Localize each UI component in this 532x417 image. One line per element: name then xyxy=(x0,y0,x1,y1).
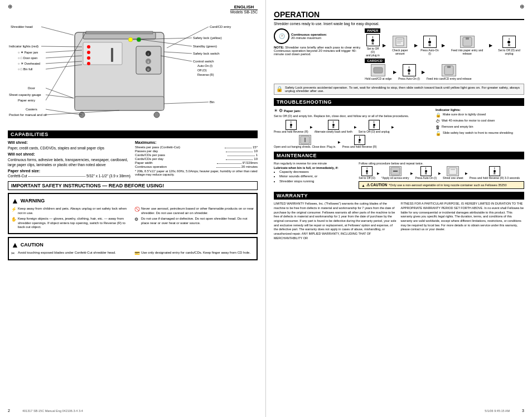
trouble-steps: IR Press and hold Reverse (R) ▶ IR Alter… xyxy=(274,120,433,149)
will-shred-title: Will shred: xyxy=(8,140,130,144)
maint-step-5: IR Press and hold Reverse (R) 3-3 second… xyxy=(470,166,520,180)
operation-header: OPERATION xyxy=(274,10,524,20)
maint-steps: IR Set to Off (O) ▶ *Apply oil across en… xyxy=(359,166,524,180)
paper-step-1: IR Set to Off (O)and plug in xyxy=(365,34,381,57)
troubleshoot-header: TROUBLESHOOTING xyxy=(274,98,524,106)
maint-step-1-cap: Set to Off (O) xyxy=(359,176,375,180)
note-text: Shredder runs briefly after each pass to… xyxy=(274,46,361,56)
maintenance-header: MAINTENANCE xyxy=(274,152,524,159)
ind-icon-4: 🔓 xyxy=(436,131,441,136)
svg-point-12 xyxy=(87,56,90,60)
tstep-2-cap: Alternate slowly back and forth xyxy=(315,130,352,134)
maint-step-3-cap: Press Auto-On (I) xyxy=(415,176,437,180)
svg-rect-18 xyxy=(86,31,153,34)
paperjam-header: ☀ ⚙ Paper jam: xyxy=(274,108,433,113)
warn-icon-3: 🚫 xyxy=(134,207,140,212)
svg-rect-58 xyxy=(396,38,404,46)
operation-layout: 🕐 Continuous operation: 20-minute maximu… xyxy=(274,28,524,82)
warranty-header: WARRANTY xyxy=(274,192,524,200)
ind-text-2: Wait 40 minutes for motor to cool down xyxy=(442,119,495,123)
operation-section: OPERATION Shredder comes ready to use. I… xyxy=(274,10,524,95)
svg-line-51 xyxy=(161,56,192,61)
page-right: ⊕ OPERATION Shredder comes ready to use.… xyxy=(266,0,532,417)
svg-text:Casters: Casters xyxy=(26,108,37,111)
feed-img xyxy=(460,36,475,48)
caution-col-right: 💳 Use only designated entry for cards/CD… xyxy=(134,251,254,257)
model-line: Models SB-15C xyxy=(230,10,258,14)
card-step-2: IR Press Auto-On (I) xyxy=(398,64,420,80)
tstep-3-cap: Set to Off (O) and unplug xyxy=(359,130,390,134)
ir-control-c: IR xyxy=(403,64,416,76)
page-left: ⊕ ENGLISH Models SB-15C I 0 R xyxy=(0,0,266,417)
svg-rect-66 xyxy=(447,66,451,68)
ts-img-4 xyxy=(299,135,311,145)
warning-title: WARNING xyxy=(21,198,45,203)
maint-img-4 xyxy=(447,166,459,176)
safety-lock-note: 🔒 Safety Lock prevents accidental operat… xyxy=(274,84,524,95)
svg-rect-14 xyxy=(111,48,113,62)
ind-text-3: Remove and empty bin xyxy=(442,125,473,129)
warning-item-3: 🚫 Never use aerosol, petroleum based or … xyxy=(134,207,254,216)
caut-icon-1: ✂ xyxy=(11,251,17,256)
cap-row-5: Continuous operation 20 minutes xyxy=(135,165,258,168)
ts-ir-3: IR xyxy=(369,120,380,130)
arrow-2: ▶ xyxy=(414,43,418,48)
maint-arrow-1: ▶ xyxy=(377,171,380,175)
maint-lub-item-2: Motor sounds different, or xyxy=(279,174,356,178)
cap-row-0: Sheets per pass (Confetti-Cut) 15* xyxy=(135,146,258,149)
shredder-svg: I 0 R Shredder head xyxy=(8,16,253,124)
warning-item-2: ✋ Keep foreign objects — gloves, jewelry… xyxy=(11,217,131,230)
card-step-row: Hold card/CD at edge ▶ IR Press Auto-On … xyxy=(365,64,524,80)
maint-right: Follow oiling procedure below and repeat… xyxy=(359,162,524,190)
caution-badge-text: ⚠ CAUTION xyxy=(366,183,387,187)
svg-line-56 xyxy=(164,102,209,104)
clock-row: 🕐 Continuous operation: 20-minute maximu… xyxy=(274,28,361,44)
maint-step-3: IR Press Auto-On (I) xyxy=(415,166,437,180)
paper-shred-val: 5/32" x 1-1/2" (3.9 x 38mm) xyxy=(86,174,130,178)
paper-shred-size-title: Paper shred size: xyxy=(8,169,130,173)
warning-triangle-icon: ▲ xyxy=(11,196,19,205)
lock-icon: 🔒 xyxy=(276,86,283,92)
ind-item-2: ⏱ Wait 40 minutes for motor to cool down xyxy=(436,119,524,124)
will-not-shred-text: Continuous forms, adhesive labels, trans… xyxy=(8,157,130,167)
warn-text-4: Do not use if damaged or defective. Do n… xyxy=(141,217,254,226)
paper-steps-block: PAPER IR Set to Off (O)and plug in ▶ xyxy=(365,28,524,57)
svg-rect-15 xyxy=(75,96,164,110)
tstep-4-cap: Open and cut hanging shreds. Close door.… xyxy=(274,145,336,149)
warning-grid: ⚡ Keep away from children and pets. Alwa… xyxy=(11,207,254,231)
svg-text:Pocket for manual and oil: Pocket for manual and oil xyxy=(9,113,47,117)
capabilities-section: CAPABILITIES Will shred: Paper, credit c… xyxy=(8,130,258,178)
clock-icon: 🕐 xyxy=(274,28,289,44)
paper-label-badge: PAPER xyxy=(365,28,380,33)
paper-step-row: IR Set to Off (O)and plug in ▶ Check pap… xyxy=(365,34,524,57)
will-not-shred-title: Will not shred: xyxy=(8,152,130,156)
caution-item-2: 💳 Use only designated entry for cards/CD… xyxy=(134,251,254,256)
tstep-3: IR Set to Off (O) and unplug xyxy=(359,120,390,134)
caution-title: CAUTION xyxy=(21,242,43,248)
page-number-left: 2 xyxy=(8,409,10,413)
svg-text:Sheet capacity gauge: Sheet capacity gauge xyxy=(9,93,41,96)
warn-icon-1: ⚡ xyxy=(11,207,17,212)
svg-point-13 xyxy=(87,62,90,65)
svg-point-17 xyxy=(154,112,159,118)
warranty-section: WARRANTY LIMITED WARRANTY Fellowes, Inc.… xyxy=(274,192,524,240)
maint-ir-3: IR xyxy=(420,166,432,176)
maint-ir-1: IR xyxy=(361,166,373,176)
card-step-3: Feed into card/CD entry and release xyxy=(427,64,472,80)
warn-icon-4: ⚙ xyxy=(134,217,140,222)
svg-text:Safety lock (yellow): Safety lock (yellow) xyxy=(193,36,222,40)
step-diagrams: PAPER IR Set to Off (O)and plug in ▶ xyxy=(365,28,524,82)
maint-ir-5: IR xyxy=(489,166,500,176)
maint-lubricate: Lubricate when bin is full, or immediate… xyxy=(274,166,356,183)
svg-point-19 xyxy=(128,37,133,42)
warn-text-1: Keep away from children and pets. Always… xyxy=(18,207,131,216)
capabilities-rows: Sheets per pass (Confetti-Cut) 15* Passe… xyxy=(135,146,258,168)
maint-step-5-cap: Press and hold Reverse (R) 3-3 seconds xyxy=(470,176,520,180)
ind-lights-title: Indicator lights: xyxy=(436,108,524,111)
maintenance-section: MAINTENANCE Run regularly in reverse for… xyxy=(274,152,524,190)
ind-icon-3: 🗑 xyxy=(436,125,440,130)
tstep-4: Open and cut hanging shreds. Close door.… xyxy=(274,135,336,149)
model-header: ENGLISH Models SB-15C xyxy=(230,4,258,14)
ind-item-4: 🔓 Slide safety key switch to front to re… xyxy=(436,131,524,136)
svg-rect-63 xyxy=(466,37,469,40)
